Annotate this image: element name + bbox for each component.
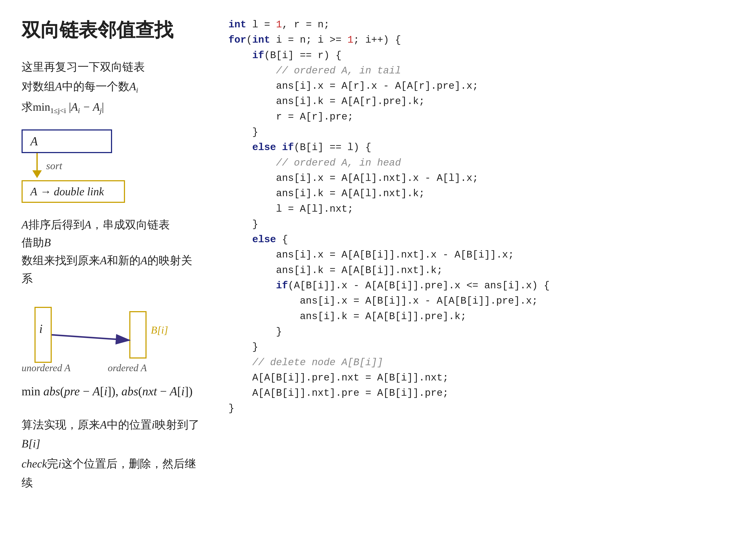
desc2-line-3: 数组来找到原来A和新的A的映射关系 [21,251,202,287]
mapping-diagram: i B[i] unordered A ordered A [21,298,185,371]
desc-line-1: 这里再复习一下双向链表 [21,58,202,76]
node-i-label: i [39,322,43,336]
sort-label: sort [46,160,62,172]
sort-arrow [32,153,42,178]
desc-line-2: 对数组A中的每一个数Ai [21,78,202,96]
page-title: 双向链表邻值查找 [21,17,202,43]
left-panel: 双向链表邻值查找 这里再复习一下双向链表 对数组A中的每一个数Ai 求min1≤… [21,17,216,517]
node-bi-label: B[i] [151,324,168,336]
box-a: A [21,129,112,153]
node-bi-box [129,311,147,359]
arrow-sort-row: sort [32,153,202,178]
svg-line-1 [52,335,129,340]
arrow-head [32,170,42,178]
unordered-label: unordered A [21,362,70,373]
formula-text: min abs(pre − A[i]), abs(nxt − A[i]) [21,384,202,398]
sort-diagram: A sort A → double link [21,129,202,203]
right-panel: int l = 1, r = n; for(int i = n; i >= 1;… [216,17,735,517]
description2-block: A排序后得到A，串成双向链表 借助B 数组来找到原来A和新的A的映射关系 [21,216,202,288]
desc2-line-2: 借助B [21,234,202,251]
desc-line-3: 求min1≤j<i |Ai − Aj| [21,98,202,116]
algo-desc-line2: check完i这个位置后，删除，然后继续 [21,454,202,493]
node-i-box [35,307,52,363]
algo-desc-line1: 算法实现，原来A中的位置i映射到了B[i] [21,415,202,453]
formula-area: min abs(pre − A[i]), abs(nxt − A[i]) [21,384,202,398]
box-double-link: A → double link [21,180,125,203]
arrow-shaft [37,153,38,170]
desc2-line-1: A排序后得到A，串成双向链表 [21,216,202,234]
algo-desc: 算法实现，原来A中的位置i映射到了B[i] check完i这个位置后，删除，然后… [21,415,202,493]
ordered-label: ordered A [108,362,147,373]
description-block: 这里再复习一下双向链表 对数组A中的每一个数Ai 求min1≤j<i |Ai −… [21,58,202,116]
code-block: int l = 1, r = n; for(int i = n; i >= 1;… [229,17,735,417]
